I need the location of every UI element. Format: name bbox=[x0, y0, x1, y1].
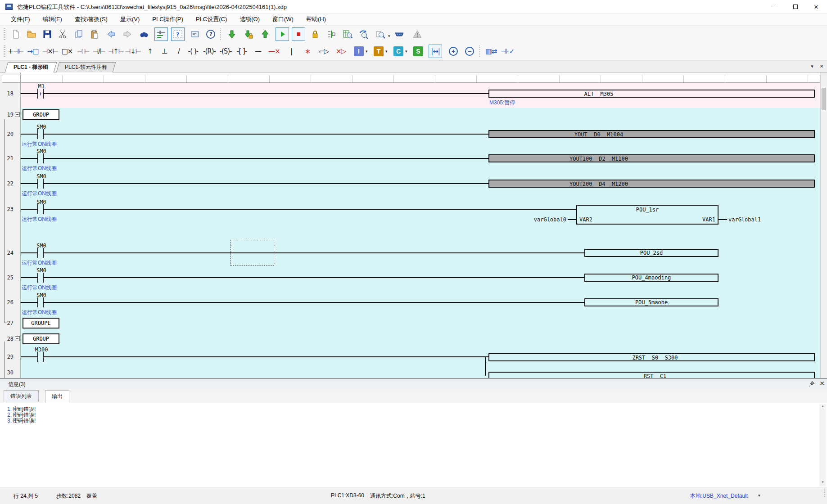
tab-ladder[interactable]: PLC1 - 梯形图 bbox=[6, 62, 55, 72]
horizontal-line-icon[interactable]: — bbox=[251, 45, 265, 58]
scrollbar-thumb[interactable] bbox=[822, 88, 826, 110]
monitor-refresh-icon[interactable] bbox=[357, 27, 371, 41]
rising-edge-contact[interactable]: ↑ bbox=[37, 89, 44, 99]
pou-call-block[interactable]: POU_5maohe bbox=[584, 298, 719, 306]
coil-icon[interactable]: -( )- bbox=[186, 45, 200, 58]
online-config-icon[interactable] bbox=[324, 27, 338, 41]
contact[interactable] bbox=[37, 129, 44, 139]
line-up-icon[interactable]: ↑ bbox=[143, 45, 157, 58]
menu-find-replace[interactable]: 查找\替换(S) bbox=[68, 14, 114, 25]
zoom-out-icon[interactable]: − bbox=[463, 45, 476, 58]
tab-output[interactable]: 输出 bbox=[45, 390, 69, 403]
syntax-check-icon[interactable]: ⊣⊦✓ bbox=[501, 45, 514, 58]
contact[interactable] bbox=[37, 352, 44, 362]
info-panel-header[interactable]: 信息(3) ✕ bbox=[0, 379, 827, 389]
insert-coil-icon[interactable]: →□ bbox=[26, 45, 40, 58]
menu-options[interactable]: 选项(O) bbox=[233, 14, 266, 25]
cut-icon[interactable] bbox=[56, 27, 70, 41]
reset-coil-icon[interactable]: -(R)- bbox=[203, 45, 216, 58]
help-icon[interactable]: ? bbox=[204, 27, 217, 41]
info-vertical-scrollbar[interactable]: ▲ ▼ bbox=[819, 404, 826, 486]
open-contact-icon[interactable]: ⊣ ⊢ bbox=[77, 45, 90, 58]
upload-program-icon[interactable] bbox=[258, 27, 272, 41]
save-icon[interactable] bbox=[41, 27, 54, 41]
tab-error-list[interactable]: 错误列表 bbox=[4, 390, 39, 402]
tab-close-icon[interactable]: ✕ bbox=[818, 63, 826, 71]
menu-window[interactable]: 窗口(W) bbox=[266, 14, 300, 25]
tab-list-dropdown-icon[interactable]: ▾ bbox=[808, 63, 816, 71]
contact[interactable] bbox=[37, 204, 44, 214]
toolbar-drag-handle[interactable] bbox=[4, 45, 5, 57]
instruction-hint-icon[interactable]: ? bbox=[171, 27, 185, 41]
scroll-down-icon[interactable]: ▼ bbox=[819, 480, 826, 486]
column-width-icon[interactable]: |↔| bbox=[429, 45, 442, 58]
output-instruction[interactable] bbox=[488, 154, 815, 162]
instruction-i-icon[interactable]: I bbox=[352, 45, 366, 58]
rising-contact-icon[interactable]: ⊣↑⊢ bbox=[109, 45, 122, 58]
output-instruction[interactable] bbox=[488, 130, 815, 138]
find-icon[interactable] bbox=[137, 27, 151, 41]
tab-device-comment[interactable]: PLC1-软元件注释 bbox=[58, 62, 114, 72]
com-config-icon[interactable] bbox=[393, 27, 406, 41]
delete-vline-icon[interactable]: ∗ bbox=[301, 45, 314, 58]
minimize-button[interactable] bbox=[764, 0, 785, 14]
output-instruction[interactable] bbox=[488, 90, 815, 98]
instruction-t-dropdown-icon[interactable]: ▾ bbox=[385, 49, 388, 54]
vertical-line-icon[interactable]: | bbox=[285, 45, 298, 58]
connection-selector[interactable]: 本地:USB_Xnet_Default bbox=[690, 492, 748, 500]
toolbar-drag-handle[interactable] bbox=[4, 28, 5, 40]
pou-call-block[interactable]: POU_2sd bbox=[584, 249, 719, 257]
contact[interactable] bbox=[37, 153, 44, 163]
ladder-vertical-scrollbar[interactable] bbox=[820, 72, 827, 378]
new-file-icon[interactable] bbox=[9, 27, 23, 41]
close-button[interactable]: × bbox=[806, 0, 827, 14]
instruction-s-icon[interactable]: S bbox=[411, 45, 425, 58]
redo-icon[interactable] bbox=[121, 27, 134, 41]
output-instruction[interactable] bbox=[488, 180, 815, 188]
group-block[interactable]: GROUP bbox=[23, 109, 59, 120]
function-block[interactable]: POU_1sr VAR2 VAR1 bbox=[576, 205, 719, 225]
menu-plc-operate[interactable]: PLC操作(P) bbox=[146, 14, 190, 25]
maximize-button[interactable] bbox=[785, 0, 806, 14]
download-program-icon[interactable] bbox=[225, 27, 239, 41]
invert-icon[interactable]: / bbox=[172, 45, 185, 58]
draw-line-icon[interactable]: ⌐▷ bbox=[317, 45, 330, 58]
ladder-editor[interactable]: 18 19 20 21 22 23 24 25 26 27 28 29 30 M… bbox=[0, 72, 827, 378]
connection-dropdown-icon[interactable]: ▾ bbox=[758, 493, 760, 498]
menu-view[interactable]: 显示(V) bbox=[114, 14, 146, 25]
open-file-icon[interactable] bbox=[25, 27, 38, 41]
selection-rectangle[interactable] bbox=[230, 240, 274, 266]
contact[interactable] bbox=[37, 248, 44, 258]
insert-contact-icon[interactable]: +⊣⊢ bbox=[9, 45, 23, 58]
monitor-zoom-icon[interactable]: ▾ bbox=[374, 27, 387, 41]
line-down-icon[interactable]: ⊥ bbox=[158, 45, 171, 58]
instruction-c-icon[interactable]: C bbox=[392, 45, 405, 58]
contact[interactable] bbox=[37, 297, 44, 307]
menu-edit[interactable]: 编辑(E) bbox=[36, 14, 68, 25]
comment-display-icon[interactable] bbox=[188, 27, 202, 41]
paste-icon[interactable] bbox=[88, 27, 101, 41]
data-monitor-icon[interactable] bbox=[341, 27, 354, 41]
copy-icon[interactable] bbox=[72, 27, 86, 41]
delete-line-icon[interactable]: ×▷ bbox=[334, 45, 348, 58]
delete-contact-icon[interactable]: ⊣×⊢ bbox=[43, 45, 57, 58]
alarm-info-icon[interactable] bbox=[411, 27, 424, 41]
contact[interactable] bbox=[37, 273, 44, 283]
closed-contact-icon[interactable]: ⊣/⊢ bbox=[92, 45, 106, 58]
download-program-locked-icon[interactable] bbox=[242, 27, 255, 41]
lock-icon[interactable] bbox=[308, 27, 322, 41]
group-block[interactable]: GROUP bbox=[23, 333, 59, 344]
delete-hline-icon[interactable]: —× bbox=[267, 45, 281, 58]
instruction-t-icon[interactable]: T bbox=[372, 45, 385, 58]
delete-coil-icon[interactable]: □× bbox=[60, 45, 74, 58]
menu-file[interactable]: 文件(F) bbox=[5, 14, 36, 25]
collapse-group-icon[interactable] bbox=[15, 112, 20, 117]
ladder-symbols-icon[interactable] bbox=[154, 27, 168, 41]
falling-contact-icon[interactable]: ⊣↓⊢ bbox=[126, 45, 140, 58]
zoom-in-icon[interactable]: + bbox=[447, 45, 460, 58]
run-plc-icon[interactable] bbox=[276, 27, 289, 41]
group-end-block[interactable]: GROUPE bbox=[23, 318, 59, 328]
instruction-c-dropdown-icon[interactable]: ▾ bbox=[405, 49, 407, 54]
stop-plc-icon[interactable] bbox=[292, 27, 305, 41]
resize-grip[interactable]: ⋮⋮ bbox=[822, 489, 826, 504]
